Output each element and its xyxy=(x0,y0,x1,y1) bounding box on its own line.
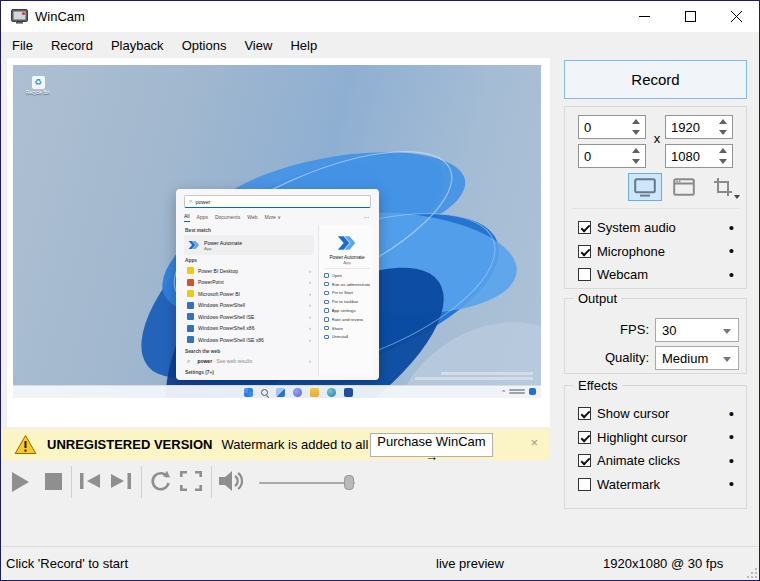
play-icon xyxy=(11,471,30,493)
region-height-spinner[interactable]: 1080 xyxy=(665,144,733,168)
checkbox[interactable] xyxy=(578,431,591,444)
loop-button[interactable] xyxy=(150,470,171,492)
spin-up-icon[interactable] xyxy=(714,116,732,127)
fps-label: FPS: xyxy=(620,322,649,337)
stop-button[interactable] xyxy=(45,473,62,490)
region-x-spinner[interactable]: 0 xyxy=(578,115,646,139)
chevron-right-icon: › xyxy=(309,268,311,274)
output-group-title: Output xyxy=(574,291,621,306)
app-result-row: Windows PowerShell x86 › xyxy=(184,323,314,335)
start-search-panel: ⌕ power AllAppsDocumentsWebMore ∨ ⋯ Best… xyxy=(176,189,379,380)
menu-item[interactable]: View xyxy=(235,34,281,57)
detail-action-row: Uninstall xyxy=(324,333,370,342)
app-icon xyxy=(187,336,194,343)
app-result-row: Microsoft Power BI › xyxy=(184,288,314,300)
recycle-bin-label: Recycle Bin xyxy=(21,90,55,95)
effects-group-title: Effects xyxy=(574,378,622,393)
skip-to-start-button[interactable] xyxy=(80,473,100,489)
quality-dropdown[interactable]: Medium xyxy=(655,346,739,370)
spin-down-icon[interactable] xyxy=(627,127,645,138)
record-button[interactable]: Record xyxy=(564,60,747,99)
app-result-row: Power BI Desktop › xyxy=(184,265,314,277)
source-options-dot-button[interactable]: • xyxy=(727,223,736,233)
spin-up-icon[interactable] xyxy=(627,145,645,156)
source-options-dot-button[interactable]: • xyxy=(727,270,736,280)
app-icon xyxy=(187,290,194,297)
volume-icon xyxy=(219,470,247,492)
web-query: power xyxy=(197,358,212,364)
capture-mode-screen-button[interactable] xyxy=(628,173,662,201)
detail-actions: Open Run as administrator Pin to Start xyxy=(324,271,370,341)
effect-row: Show cursor • xyxy=(578,402,736,426)
search-box: ⌕ power xyxy=(184,195,371,208)
spin-up-icon[interactable] xyxy=(627,116,645,127)
desktop-watermark xyxy=(415,370,533,380)
app-icon xyxy=(187,302,194,309)
file-explorer-icon xyxy=(310,388,319,397)
spin-down-icon[interactable] xyxy=(627,156,645,167)
app-result-row: PowerPoint › xyxy=(184,277,314,289)
checkbox[interactable] xyxy=(578,268,591,281)
volume-slider-track xyxy=(259,482,355,484)
volume-slider[interactable] xyxy=(259,479,355,487)
web-hint: - See web results xyxy=(214,358,253,364)
best-match-header: Best match xyxy=(185,228,314,233)
volume-slider-thumb[interactable] xyxy=(344,475,354,490)
resize-grip[interactable] xyxy=(747,568,757,578)
app-result-row: Windows PowerShell ISE x86 › xyxy=(184,334,314,346)
menu-item[interactable]: Options xyxy=(173,34,236,57)
menu-item[interactable]: Playback xyxy=(102,34,173,57)
effect-options-dot-button[interactable]: • xyxy=(727,456,736,466)
fps-dropdown[interactable]: 30 xyxy=(655,318,739,342)
dimension-separator: x xyxy=(652,131,662,146)
search-tabs: AllAppsDocumentsWebMore ∨ xyxy=(184,213,371,222)
spin-down-icon[interactable] xyxy=(714,127,732,138)
action-icon xyxy=(324,300,329,305)
spin-down-icon[interactable] xyxy=(714,156,732,167)
maximize-icon xyxy=(685,11,696,22)
separator xyxy=(572,208,739,209)
skip-to-end-button[interactable] xyxy=(111,473,131,489)
checkbox[interactable] xyxy=(578,478,591,491)
app-icon xyxy=(187,313,194,320)
fullscreen-button[interactable] xyxy=(180,471,202,491)
detail-app-type: App xyxy=(324,260,370,269)
region-y-spinner[interactable]: 0 xyxy=(578,144,646,168)
tray-clock xyxy=(509,388,525,395)
checkbox[interactable] xyxy=(578,407,591,420)
settings-group-row: Settings (7+) xyxy=(185,370,314,375)
menu-item[interactable]: Help xyxy=(281,34,326,57)
spin-up-icon[interactable] xyxy=(714,145,732,156)
checkbox[interactable] xyxy=(578,245,591,258)
screen-mode-icon xyxy=(634,178,656,197)
source-row: System audio • xyxy=(578,216,736,240)
effect-options-dot-button[interactable]: • xyxy=(727,432,736,442)
region-width-spinner[interactable]: 1920 xyxy=(665,115,733,139)
checkbox[interactable] xyxy=(578,221,591,234)
warning-close-button[interactable]: × xyxy=(530,436,538,449)
effect-options-dot-button[interactable]: • xyxy=(727,409,736,419)
source-checkbox-list: System audio • Microphone • Webcam • xyxy=(578,216,736,287)
source-options-dot-button[interactable]: • xyxy=(727,246,736,256)
status-preview-mode: live preview xyxy=(436,556,504,571)
source-row: Webcam • xyxy=(578,263,736,287)
maximize-button[interactable] xyxy=(667,1,713,32)
menu-item[interactable]: Record xyxy=(42,34,102,57)
menu-item[interactable]: File xyxy=(3,34,42,57)
purchase-button[interactable]: Purchase WinCam → xyxy=(370,433,493,457)
capture-mode-region-button[interactable] xyxy=(706,173,740,201)
separator xyxy=(71,466,72,498)
close-button[interactable] xyxy=(713,1,759,32)
effects-group: Effects Show cursor • Highlight cursor • xyxy=(564,385,747,509)
tray-caret-icon: ^ xyxy=(502,389,505,395)
volume-button[interactable] xyxy=(219,470,247,492)
capture-mode-window-button[interactable] xyxy=(667,173,701,201)
search-web-header: Search the web xyxy=(185,349,314,354)
play-button[interactable] xyxy=(11,471,30,493)
minimize-button[interactable] xyxy=(621,1,667,32)
status-bar: Click 'Record' to start live preview 192… xyxy=(1,546,759,580)
detail-action-row: App settings xyxy=(324,306,370,315)
effect-options-dot-button[interactable]: • xyxy=(727,479,736,489)
checkbox[interactable] xyxy=(578,454,591,467)
app-result-row: Windows PowerShell › xyxy=(184,300,314,312)
